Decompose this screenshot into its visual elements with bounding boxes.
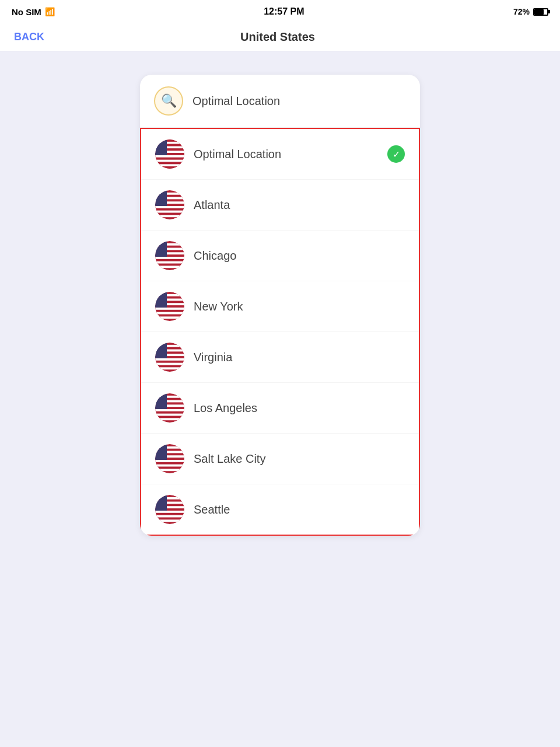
svg-rect-69	[155, 444, 167, 460]
svg-rect-66	[155, 460, 184, 462]
optimal-header-label: Optimal Location	[192, 95, 406, 108]
list-item[interactable]: Optimal Location ✓	[141, 129, 419, 180]
svg-rect-49	[155, 363, 184, 365]
svg-rect-77	[155, 519, 184, 522]
svg-rect-50	[155, 367, 184, 369]
list-item[interactable]: Virginia	[141, 332, 419, 383]
svg-rect-67	[155, 465, 184, 467]
list-item[interactable]: Atlanta	[141, 180, 419, 231]
location-card: 🔍 Optimal Location	[140, 75, 420, 536]
location-name: Chicago	[194, 249, 405, 263]
svg-rect-40	[155, 312, 184, 315]
page-title: United States	[240, 30, 315, 44]
svg-rect-2	[155, 139, 184, 142]
us-flag-icon	[155, 343, 184, 372]
svg-rect-54	[155, 396, 184, 398]
status-bar: No SIM 📶 12:57 PM 72%	[0, 0, 560, 23]
us-flag-icon	[155, 190, 184, 219]
svg-rect-48	[155, 358, 184, 361]
list-item[interactable]: Los Angeles	[141, 383, 419, 434]
location-name: Optimal Location	[194, 148, 378, 161]
us-flag-icon	[155, 495, 184, 524]
svg-rect-59	[155, 418, 184, 420]
location-list: Optimal Location ✓	[140, 128, 420, 536]
svg-rect-57	[155, 409, 184, 411]
location-name: Los Angeles	[194, 402, 405, 415]
svg-rect-33	[155, 241, 167, 257]
battery-percent: 72%	[513, 7, 530, 16]
svg-rect-32	[155, 266, 184, 268]
svg-rect-75	[155, 511, 184, 513]
svg-rect-39	[155, 308, 184, 310]
svg-rect-78	[155, 495, 167, 511]
main-content: 🔍 Optimal Location	[0, 51, 560, 740]
svg-rect-18	[155, 193, 184, 195]
svg-rect-15	[155, 139, 167, 155]
svg-rect-3	[155, 142, 184, 144]
location-name: Atlanta	[194, 198, 405, 212]
svg-rect-23	[155, 215, 184, 217]
list-item[interactable]: New York	[141, 281, 419, 332]
svg-rect-9	[155, 155, 184, 158]
wifi-icon: 📶	[45, 7, 55, 16]
svg-rect-10	[155, 158, 184, 160]
svg-rect-22	[155, 211, 184, 213]
carrier-label: No SIM	[12, 7, 41, 17]
selected-check-icon: ✓	[387, 145, 405, 163]
us-flag-icon	[155, 393, 184, 423]
status-left: No SIM 📶	[12, 7, 55, 17]
svg-rect-30	[155, 257, 184, 259]
time-label: 12:57 PM	[264, 6, 304, 17]
us-flag-icon	[155, 292, 184, 321]
svg-rect-72	[155, 497, 184, 500]
location-name: Virginia	[194, 351, 405, 364]
list-item[interactable]: Salt Lake City	[141, 434, 419, 484]
back-button[interactable]: BACK	[14, 31, 44, 43]
optimal-header-row[interactable]: 🔍 Optimal Location	[140, 75, 420, 128]
location-name: Seattle	[194, 503, 405, 516]
svg-rect-60	[155, 393, 167, 409]
svg-rect-13	[155, 164, 184, 166]
battery-icon	[533, 8, 548, 16]
svg-rect-36	[155, 294, 184, 296]
location-name: New York	[194, 300, 405, 313]
svg-rect-41	[155, 316, 184, 319]
svg-rect-63	[155, 446, 184, 449]
location-name: Salt Lake City	[194, 452, 405, 466]
svg-rect-12	[155, 162, 184, 165]
list-item[interactable]: Seattle	[141, 484, 419, 535]
svg-rect-68	[155, 469, 184, 471]
svg-rect-27	[155, 243, 184, 246]
svg-rect-42	[155, 292, 167, 308]
svg-rect-24	[155, 190, 167, 206]
nav-bar: BACK United States	[0, 23, 560, 51]
svg-rect-45	[155, 345, 184, 347]
svg-rect-76	[155, 515, 184, 518]
svg-rect-58	[155, 414, 184, 416]
us-flag-icon	[155, 444, 184, 473]
status-right: 72%	[513, 7, 548, 16]
svg-rect-51	[155, 343, 167, 358]
svg-rect-21	[155, 206, 184, 208]
svg-rect-11	[155, 160, 184, 162]
list-item[interactable]: Chicago	[141, 231, 419, 281]
optimal-header-icon: 🔍	[154, 86, 183, 116]
us-flag-icon	[155, 241, 184, 270]
us-flag-icon	[155, 139, 184, 169]
svg-rect-14	[155, 166, 184, 169]
svg-rect-31	[155, 261, 184, 264]
